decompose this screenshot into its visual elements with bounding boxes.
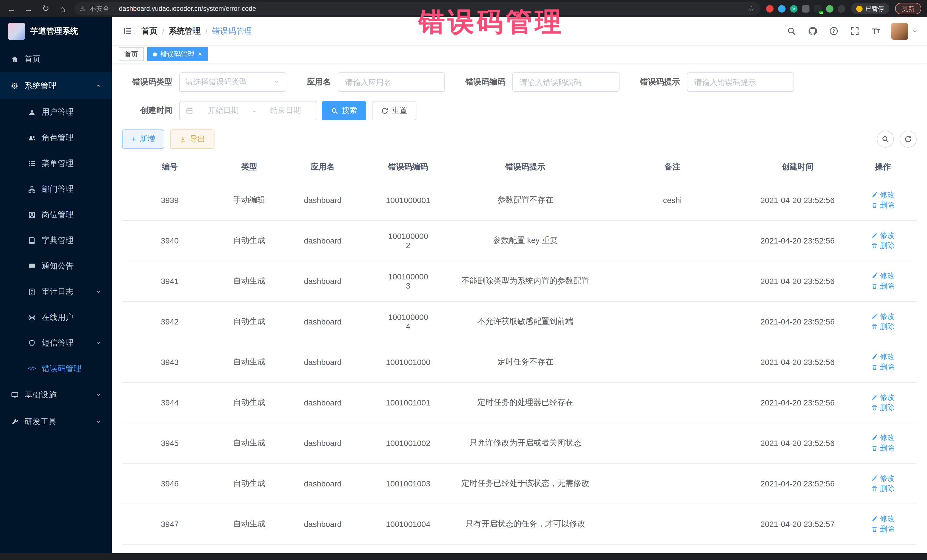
extension-icon[interactable] — [826, 5, 833, 12]
cell-actions: 修改删除 — [849, 261, 917, 301]
breadcrumb-system[interactable]: 系统管理 — [169, 26, 201, 36]
table-row: 3942 自动生成 dashboard 100100000 4 不允许获取敏感配… — [122, 301, 917, 342]
delete-link[interactable]: 删除 — [871, 443, 895, 453]
tab-home[interactable]: 首页 — [119, 47, 144, 61]
search-button-label: 搜索 — [342, 106, 357, 116]
edit-link[interactable]: 修改 — [871, 514, 895, 524]
search-button[interactable]: 搜索 — [322, 101, 366, 120]
sidebar-item-dict[interactable]: 字典管理 — [0, 228, 112, 253]
extensions-area: V on — [766, 5, 845, 12]
cell-id: 3940 — [122, 220, 217, 261]
help-icon[interactable]: ? — [828, 25, 839, 37]
cell-remark — [599, 342, 746, 382]
back-icon[interactable]: ← — [6, 3, 17, 14]
extension-icon[interactable]: on — [814, 5, 821, 12]
cell-id: 3944 — [122, 382, 217, 423]
cell-hint: 定时任务不存在 — [452, 342, 599, 382]
user-menu[interactable] — [891, 23, 918, 39]
sidebar-item-role[interactable]: 角色管理 — [0, 125, 112, 150]
edit-link[interactable]: 修改 — [871, 311, 895, 322]
search-icon[interactable] — [786, 25, 797, 37]
cell-hint: 定时任务的处理器已经存在 — [452, 382, 599, 423]
delete-link[interactable]: 删除 — [871, 362, 895, 372]
add-button[interactable]: 新增 — [122, 129, 164, 149]
extension-icon[interactable]: V — [790, 5, 798, 12]
delete-link[interactable]: 删除 — [871, 200, 895, 211]
export-button[interactable]: 导出 — [170, 129, 214, 149]
reset-button-label: 重置 — [392, 106, 407, 116]
pin-extension-icon[interactable] — [838, 5, 845, 12]
delete-link[interactable]: 删除 — [871, 524, 895, 534]
sidebar-item-notice[interactable]: 通知公告 — [0, 253, 112, 279]
bookmark-star-icon[interactable] — [748, 4, 755, 13]
forward-icon[interactable]: → — [23, 3, 34, 14]
sidebar-item-user[interactable]: 用户管理 — [0, 99, 112, 125]
error-code-input[interactable] — [512, 73, 620, 92]
delete-link[interactable]: 删除 — [871, 281, 895, 291]
home-icon[interactable]: ⌂ — [57, 3, 68, 14]
pencil-icon — [871, 394, 878, 401]
edit-link[interactable]: 修改 — [871, 473, 895, 484]
github-icon[interactable] — [807, 25, 818, 37]
edit-link[interactable]: 修改 — [871, 190, 895, 200]
app-logo[interactable]: 芋道管理系统 — [0, 17, 112, 46]
reload-icon[interactable]: ↻ — [40, 3, 51, 14]
sidebar-item-devtools[interactable]: 研发工具 — [0, 408, 112, 435]
delete-link[interactable]: 删除 — [871, 322, 895, 332]
active-dot-icon — [153, 52, 157, 56]
cell-hint: 只有开启状态的任务，才可以修改 — [452, 504, 599, 544]
paused-badge[interactable]: 已暂停 — [851, 3, 889, 14]
breadcrumb-home[interactable]: 首页 — [141, 26, 158, 36]
table-row: 3939 手动编辑 dashboard 1001000001 参数配置不存在 c… — [122, 180, 917, 220]
table-row: 3941 自动生成 dashboard 100100000 3 不能删除类型为系… — [122, 261, 917, 301]
delete-link[interactable]: 删除 — [871, 403, 895, 413]
edit-link[interactable]: 修改 — [871, 392, 895, 403]
extension-icon[interactable] — [766, 5, 774, 12]
sidebar-item-post[interactable]: 岗位管理 — [0, 202, 112, 228]
smiley-icon — [856, 5, 863, 12]
sidebar-item-menu[interactable]: 菜单管理 — [0, 150, 112, 176]
reset-button[interactable]: 重置 — [372, 101, 416, 120]
cell-remark — [599, 423, 746, 463]
update-button[interactable]: 更新 — [895, 3, 921, 14]
address-bar[interactable]: 不安全 dashboard.yudao.iocoder.cn/system/er… — [74, 2, 760, 15]
cell-code: 100100000 2 — [365, 220, 452, 261]
edit-link[interactable]: 修改 — [871, 231, 895, 241]
app-name-input[interactable] — [338, 73, 445, 92]
fullscreen-icon[interactable] — [849, 25, 860, 37]
edit-link[interactable]: 修改 — [871, 352, 895, 362]
extension-icon[interactable] — [778, 5, 786, 12]
sidebar-fold-icon[interactable] — [121, 25, 134, 37]
extension-icon[interactable] — [802, 5, 810, 12]
delete-link[interactable]: 删除 — [871, 241, 895, 251]
chevron-down-icon — [95, 288, 102, 295]
page-content: 错误码类型 请选择错误码类型 应用名 错误码编码 — [112, 63, 927, 553]
column-header-id: 编号 — [122, 155, 217, 180]
toggle-search-button[interactable] — [877, 131, 894, 148]
error-hint-input[interactable] — [687, 73, 794, 92]
chevron-down-icon — [95, 418, 102, 425]
font-size-icon[interactable]: TT — [870, 25, 881, 37]
cell-actions: 修改删除 — [849, 382, 917, 423]
edit-link[interactable]: 修改 — [871, 433, 895, 443]
cell-app: dashboard — [281, 382, 365, 423]
sidebar-item-error-code[interactable]: 错误码管理 — [0, 356, 112, 381]
sidebar-item-home[interactable]: 首页 — [0, 46, 112, 73]
table-row: 3947 自动生成 dashboard 1001001004 只有开启状态的任务… — [122, 504, 917, 544]
refresh-table-button[interactable] — [900, 131, 917, 148]
error-type-select[interactable]: 请选择错误码类型 — [179, 73, 286, 92]
sidebar-item-audit-log[interactable]: 审计日志 — [0, 279, 112, 305]
date-range-picker[interactable]: 开始日期 - 结束日期 — [179, 101, 317, 120]
sidebar-item-online-user[interactable]: 在线用户 — [0, 305, 112, 330]
sidebar-item-sms[interactable]: 短信管理 — [0, 330, 112, 356]
sidebar-item-dept[interactable]: 部门管理 — [0, 176, 112, 202]
filter-form-row-2: 创建时间 开始日期 - 结束日期 搜索 重置 — [122, 101, 917, 120]
close-icon[interactable] — [198, 51, 202, 58]
security-label: 不安全 — [90, 4, 109, 13]
edit-link[interactable]: 修改 — [871, 271, 895, 281]
filter-code-label: 错误码编码 — [465, 77, 512, 87]
sidebar-item-system[interactable]: 系统管理 — [0, 73, 112, 99]
sidebar-item-infra[interactable]: 基础设施 — [0, 381, 112, 408]
tab-error-code[interactable]: 错误码管理 — [147, 47, 208, 61]
delete-link[interactable]: 删除 — [871, 484, 895, 494]
